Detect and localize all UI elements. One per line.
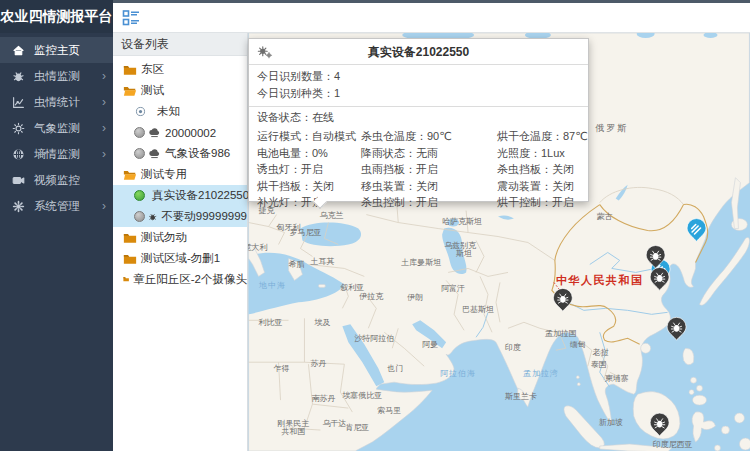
map-label: 叙利亚 (340, 283, 364, 292)
tree-row-folder[interactable]: 测试勿动 (113, 227, 247, 248)
chevron-right-icon: › (102, 95, 106, 109)
map-label: 埃塞俄比亚 (341, 391, 382, 400)
map-label: 土库曼斯坦 (400, 258, 441, 267)
map-label: 缅甸 (570, 340, 586, 349)
status-dot-gray (134, 211, 145, 222)
tree-row-folder[interactable]: 章丘阳丘区-2个摄像头 (113, 269, 247, 290)
sidebar-item-label: 视频监控 (34, 173, 80, 188)
tree-row-folder[interactable]: 东区 (113, 59, 247, 80)
device-panel-header: 设备列表 (113, 33, 247, 56)
status-dot-gray (134, 148, 145, 159)
tree-row-device[interactable]: 气象设备986 (113, 143, 247, 164)
chevron-right-icon: › (102, 199, 106, 213)
device-status: 设备状态：在线 (249, 107, 588, 128)
tree-row-label: 测试 (141, 83, 164, 98)
sidebar: 农业四情测报平台 监控主页虫情监测›虫情统计›气象监测›墒情监测›视频监控系统管… (0, 0, 113, 451)
chevron-right-icon: › (102, 147, 106, 161)
sidebar-item-3[interactable]: 气象监测› (0, 115, 113, 141)
sidebar-item-4[interactable]: 墒情监测› (0, 141, 113, 167)
map-label: 印度尼西亚 (653, 440, 693, 449)
detail-cell-r2c2: 杀虫挡板：关闭 (497, 161, 588, 178)
weather-device-icon (148, 126, 161, 139)
detail-cell-r1c1: 降雨状态：无雨 (361, 145, 497, 162)
sidebar-item-6[interactable]: 系统管理› (0, 193, 113, 219)
tree-row-folder[interactable]: 测试专用 (113, 164, 247, 185)
map-label: 苏丹 (310, 359, 326, 368)
map-label: 肯尼亚 (345, 423, 369, 432)
map-label: 希腊 (289, 260, 305, 269)
map-label: 沙特阿拉伯 (354, 334, 394, 343)
gear-icon (11, 199, 25, 213)
sidebar-item-label: 虫情监测 (34, 69, 80, 84)
folder-open-icon (123, 168, 137, 182)
sidebar-item-label: 墒情监测 (34, 147, 80, 162)
folder-closed-icon (123, 273, 129, 287)
map-label: 伊朗 (407, 293, 423, 302)
sidebar-item-5[interactable]: 视频监控 (0, 167, 113, 193)
detail-cell-r1c2: 光照度：1Lux (497, 145, 588, 162)
device-panel: 设备列表 东区测试未知20000002气象设备986测试专用真实设备210225… (113, 33, 248, 451)
tree-row-folder[interactable]: 测试 (113, 80, 247, 101)
tree-row-label: 测试勿动 (141, 230, 187, 245)
sidebar-item-label: 虫情统计 (34, 95, 80, 110)
map-label: 索马里 (377, 406, 401, 415)
sidebar-menu: 监控主页虫情监测›虫情统计›气象监测›墒情监测›视频监控系统管理› (0, 33, 113, 219)
map-label: 罗马尼亚 (290, 228, 322, 237)
sidebar-item-0[interactable]: 监控主页 (0, 37, 113, 63)
status-dot-gray (134, 127, 145, 138)
tree-row-device[interactable]: 真实设备21022550 (113, 185, 247, 206)
detail-cell-r2c0: 诱虫灯：开启 (257, 161, 361, 178)
map-label: 阿富汗 (441, 284, 465, 293)
map-label: 共和国 (282, 427, 306, 436)
folder-closed-icon (123, 252, 137, 266)
map-label: 泰国 (591, 360, 607, 369)
detail-cell-r4c1: 杀虫控制：开启 (361, 194, 497, 211)
tree-row-device[interactable]: 20000002 (113, 122, 247, 143)
tree-row-label: 测试专用 (141, 167, 187, 182)
tree-row-folder[interactable]: 测试区域-勿删1 (113, 248, 247, 269)
map-label: 地中海 (258, 281, 286, 290)
chevron-right-icon: › (102, 69, 106, 83)
sidebar-item-2[interactable]: 虫情统计› (0, 89, 113, 115)
popup-header: 真实设备21022550 (249, 39, 588, 65)
tree-row-device[interactable]: 不要动99999999 (113, 206, 247, 227)
map-label: 俄罗斯 (595, 123, 628, 133)
detail-cell-r4c0: 补光灯：开启 (257, 194, 361, 211)
detail-cell-r4c2: 烘干控制：开启 (497, 194, 588, 211)
detail-cell-r3c2: 震动装置：关闭 (497, 178, 588, 195)
tree-row-device[interactable]: 未知 (113, 101, 247, 122)
detail-cell-r0c0: 运行模式：自动模式 (257, 128, 361, 145)
device-tree: 东区测试未知20000002气象设备986测试专用真实设备21022550不要动… (113, 56, 247, 290)
sidebar-item-1[interactable]: 虫情监测› (0, 63, 113, 89)
topbar (113, 0, 750, 33)
tree-row-label: 测试区域-勿删1 (141, 251, 220, 266)
chart-icon (11, 95, 25, 109)
recognition-count: 今日识别数量：4 (257, 68, 580, 85)
map-label: 利比亚 (259, 318, 283, 327)
app-window: 农业四情测报平台 监控主页虫情监测›虫情统计›气象监测›墒情监测›视频监控系统管… (0, 0, 750, 451)
map-label: 乌克兰 (319, 211, 343, 220)
detail-cell-r3c1: 移虫装置：关闭 (361, 178, 497, 195)
device-info-popup: 真实设备21022550 今日识别数量：4 今日识别种类：1 设备状态：在线 运… (248, 38, 589, 202)
detail-cell-r1c0: 电池电量：0% (257, 145, 361, 162)
sidebar-item-label: 气象监测 (34, 121, 80, 136)
device-tree-toggle-icon[interactable] (122, 9, 140, 27)
tree-row-label: 真实设备21022550 (152, 188, 249, 203)
weather-device-icon (148, 147, 161, 160)
tree-row-label: 不要动99999999 (161, 209, 247, 224)
map-label: 蒙古 (597, 212, 613, 221)
recognition-types: 今日识别种类：1 (257, 85, 580, 102)
tree-row-label: 20000002 (165, 127, 216, 139)
tree-row-label: 未知 (157, 104, 180, 119)
map-label: 巴基斯坦 (462, 305, 494, 314)
popup-title: 真实设备21022550 (249, 39, 588, 65)
settings-gears-icon[interactable] (257, 45, 273, 60)
map-label: 埃及 (313, 318, 330, 327)
map-label: 南苏丹 (311, 394, 335, 403)
bug-icon (11, 69, 25, 83)
detail-cell-r3c0: 烘干挡板：关闭 (257, 178, 361, 195)
map-label: 也门 (387, 364, 403, 373)
detail-cell-r2c1: 虫雨挡板：开启 (361, 161, 497, 178)
map-label: 乍得 (274, 364, 290, 373)
map-label: 印度 (505, 343, 521, 352)
